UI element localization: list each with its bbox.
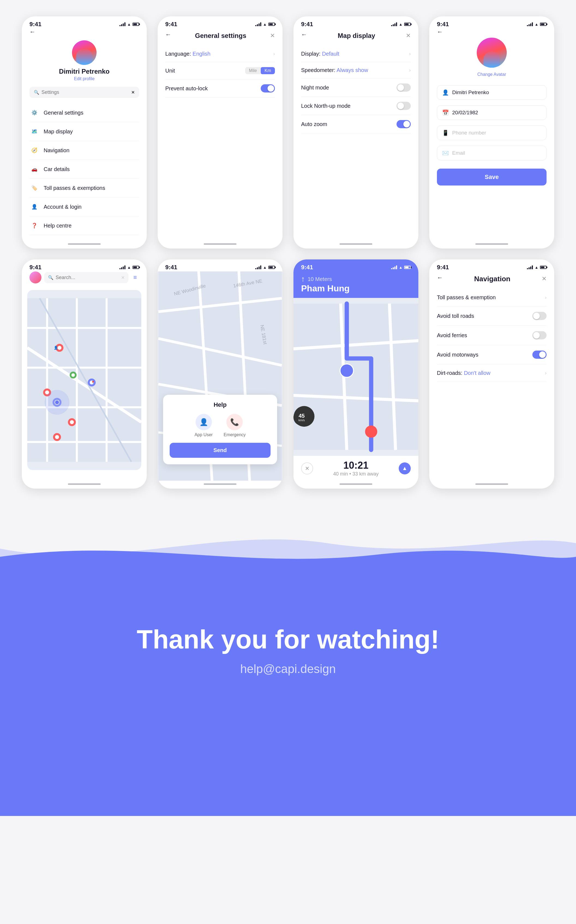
dirt-roads-row[interactable]: Dirt-roads: Don't allow › xyxy=(437,365,547,382)
night-mode-toggle[interactable] xyxy=(397,83,411,92)
phone-field[interactable]: 📱 xyxy=(437,125,547,140)
phone-profile: 9:41 ▲ ← xyxy=(22,16,147,248)
toggle-knob-zoom xyxy=(403,121,410,127)
nav-close-button[interactable]: ✕ xyxy=(301,463,313,474)
back-button-3[interactable]: ← xyxy=(301,31,307,38)
nav-distance: 10 Meters xyxy=(308,276,332,282)
name-input[interactable] xyxy=(452,90,541,96)
toggle-knob-motorways xyxy=(539,351,546,358)
unit-selector[interactable]: Mile Km xyxy=(245,67,275,74)
close-button-3[interactable]: ✕ xyxy=(406,32,411,39)
email-field[interactable]: ✉️ xyxy=(437,146,547,160)
battery-icon-4 xyxy=(540,22,547,26)
phone2-content: ← General settings ✕ Language: English ›… xyxy=(158,28,283,240)
help-email: help@capi.design xyxy=(240,662,336,676)
time-4: 9:41 xyxy=(437,21,449,28)
battery-icon-1 xyxy=(133,22,139,26)
filter-button[interactable]: ≡ xyxy=(131,271,139,283)
chevron-toll: › xyxy=(545,295,547,300)
back-button-1[interactable]: ← xyxy=(29,28,35,35)
status-icons-7: ▲ xyxy=(391,265,411,269)
send-button[interactable]: Send xyxy=(170,443,270,458)
map-search-wrap[interactable]: 🔍 ✕ xyxy=(44,272,128,283)
nav-destination-button[interactable]: ▲ xyxy=(399,463,411,474)
search-icon-map: 🔍 xyxy=(48,275,53,280)
edit-profile-link[interactable]: Edit profile xyxy=(74,76,94,81)
save-button[interactable]: Save xyxy=(437,168,547,186)
battery-icon-2 xyxy=(268,22,275,26)
email-input[interactable] xyxy=(452,150,541,156)
back-button-2[interactable]: ← xyxy=(165,31,171,38)
help-options: 👤 App User 📞 Emergency xyxy=(170,414,270,437)
auto-zoom-toggle[interactable] xyxy=(397,120,411,128)
time-8: 9:41 xyxy=(437,264,449,271)
night-mode-setting: Night mode xyxy=(301,78,411,97)
clear-icon[interactable]: ✕ xyxy=(131,90,135,95)
menu-map-display[interactable]: 🗺️ Map display xyxy=(29,122,139,141)
settings-search-bar[interactable]: 🔍 ✕ xyxy=(29,87,139,98)
menu-account[interactable]: 👤 Account & login xyxy=(29,197,139,216)
status-bar-6: 9:41 ▲ xyxy=(158,259,283,271)
clear-search-icon[interactable]: ✕ xyxy=(121,275,125,280)
name-field[interactable]: 👤 xyxy=(437,85,547,100)
home-indicator-2 xyxy=(204,243,237,245)
phone6-content: NE Woodinville 146th Ave NE NE 181st Hel… xyxy=(158,271,283,481)
map-search-input[interactable] xyxy=(56,275,119,280)
dob-field[interactable]: 📅 xyxy=(437,105,547,120)
signal-icon-4 xyxy=(527,22,533,26)
prevent-lock-toggle[interactable] xyxy=(261,84,275,93)
avoid-ferries-toggle[interactable] xyxy=(532,331,547,339)
menu-navigation[interactable]: 🧭 Navigation xyxy=(29,141,139,160)
phone-map-display: 9:41 ▲ ← Map display ✕ xyxy=(293,16,418,248)
phone-input[interactable] xyxy=(452,130,541,136)
screen-header-2: ← General settings ✕ xyxy=(165,28,275,46)
phones-row-2: 9:41 ▲ 🔍 ✕ xyxy=(22,259,554,488)
menu-car-details[interactable]: 🚗 Car details xyxy=(29,160,139,179)
help-emergency[interactable]: 📞 Emergency xyxy=(224,414,246,437)
status-bar-3: 9:41 ▲ xyxy=(293,16,418,28)
back-button-8[interactable]: ← xyxy=(437,274,443,281)
night-mode-label: Night mode xyxy=(301,85,329,91)
help-title: Help xyxy=(170,401,270,408)
toll-passes-row[interactable]: Toll passes & exemption › xyxy=(437,289,547,306)
dob-input[interactable] xyxy=(452,110,541,116)
avoid-toll-toggle[interactable] xyxy=(532,312,547,320)
north-up-toggle[interactable] xyxy=(397,102,411,110)
close-button-2[interactable]: ✕ xyxy=(270,32,275,39)
status-icons-3: ▲ xyxy=(391,22,411,26)
search-input[interactable] xyxy=(42,90,129,95)
time-1: 9:41 xyxy=(29,21,42,28)
unit-km[interactable]: Km xyxy=(261,67,275,74)
nav-turn-icon: ↑ xyxy=(301,275,305,283)
menu-general-settings[interactable]: ⚙️ General settings xyxy=(29,103,139,122)
back-button-4[interactable]: ← xyxy=(437,28,443,35)
menu-label: Toll passes & exemptions xyxy=(44,185,139,191)
wifi-icon-3: ▲ xyxy=(399,22,403,26)
screen-title-3: Map display xyxy=(338,32,375,40)
auto-zoom-setting: Auto zoom xyxy=(301,115,411,133)
thank-you-content: Thank you for watching! help@capi.design xyxy=(0,570,576,708)
home-indicator-6 xyxy=(204,484,237,485)
menu-list: ⚙️ General settings 🗺️ Map display 🧭 Nav… xyxy=(29,103,139,235)
close-button-8[interactable]: ✕ xyxy=(542,275,547,282)
display-setting[interactable]: Display: Default › xyxy=(301,46,411,62)
unit-mile[interactable]: Mile xyxy=(245,67,261,74)
help-app-user[interactable]: 👤 App User xyxy=(194,414,213,437)
avoid-motorways-toggle[interactable] xyxy=(532,351,547,359)
change-avatar-label[interactable]: Change Avatar xyxy=(477,72,506,77)
person-icon-help: 👤 xyxy=(199,418,208,426)
menu-toll-passes[interactable]: 🏷️ Toll passes & exemptions xyxy=(29,179,139,197)
avoid-motorways-row: Avoid motorways xyxy=(437,345,547,365)
app-user-icon: 👤 xyxy=(195,414,212,430)
edit-profile-form: Change Avatar 👤 📅 📱 xyxy=(437,38,547,186)
svg-text:📍: 📍 xyxy=(91,381,95,385)
emergency-label: Emergency xyxy=(224,432,246,437)
menu-help[interactable]: ❓ Help centre xyxy=(29,216,139,235)
speedometer-setting[interactable]: Speedometer: Always show › xyxy=(301,62,411,78)
time-2: 9:41 xyxy=(165,21,177,28)
speedometer-label: Speedometer: Always show xyxy=(301,67,368,74)
language-setting[interactable]: Language: English › xyxy=(165,46,275,62)
wave-section: Thank you for watching! help@capi.design xyxy=(0,516,576,816)
map-icon: 🗺️ xyxy=(29,127,39,136)
home-indicator-7 xyxy=(339,484,372,485)
